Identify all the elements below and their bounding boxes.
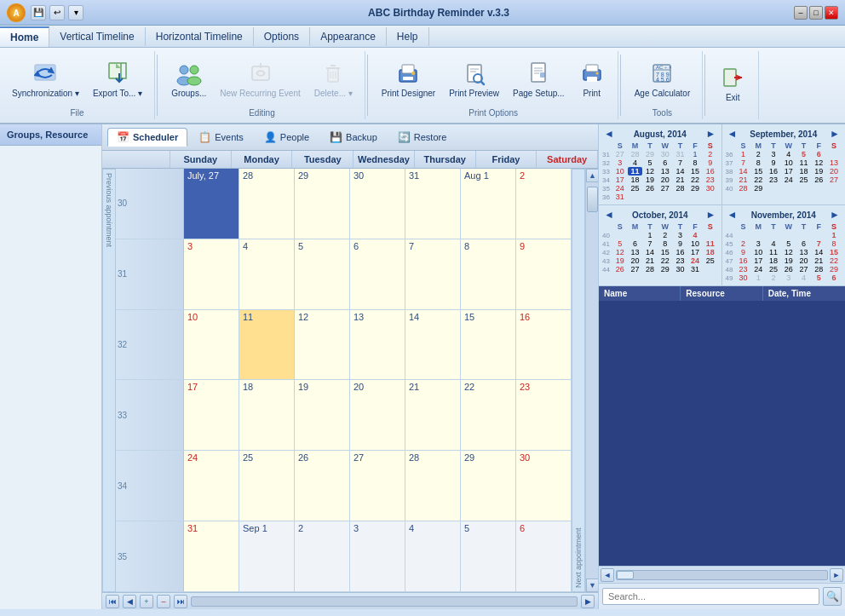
- aug-15[interactable]: 15: [687, 167, 703, 176]
- oct-25[interactable]: 25: [703, 256, 718, 265]
- next-appointment-btn[interactable]: Next appointment: [572, 169, 585, 592]
- exit-button[interactable]: Exit: [714, 60, 751, 107]
- nov-24[interactable]: 24: [750, 265, 766, 273]
- sep-20[interactable]: 20: [826, 167, 842, 176]
- aug-4[interactable]: 4: [628, 158, 643, 167]
- cal-cell-aug23[interactable]: 23: [516, 380, 572, 450]
- sep-27[interactable]: 27: [826, 176, 842, 184]
- nov-18[interactable]: 18: [766, 256, 781, 265]
- cal-cell-aug16[interactable]: 16: [516, 310, 572, 380]
- aug-30-2[interactable]: 30: [703, 184, 718, 193]
- page-setup-button[interactable]: Page Setup...: [508, 56, 570, 102]
- oct-8[interactable]: 8: [658, 239, 673, 248]
- cal-cell-aug19[interactable]: 19: [295, 380, 350, 450]
- cal-cell-aug7[interactable]: 7: [405, 239, 461, 309]
- search-input[interactable]: [602, 588, 819, 605]
- sep-16[interactable]: 16: [766, 167, 781, 176]
- menu-tab-horizontal-timeline[interactable]: Horizontal Timeline: [146, 27, 254, 46]
- nov-29[interactable]: 29: [826, 265, 842, 273]
- aug-26[interactable]: 26: [642, 184, 658, 193]
- aug-prev-btn[interactable]: ◄: [602, 128, 616, 140]
- sep-13[interactable]: 13: [826, 158, 842, 167]
- undo-quick-btn[interactable]: ↩: [49, 5, 65, 20]
- sep-19[interactable]: 19: [811, 167, 826, 176]
- cal-cell-aug15[interactable]: 15: [461, 310, 516, 380]
- nov-dec4[interactable]: 4: [796, 273, 812, 282]
- nov-11[interactable]: 11: [766, 248, 781, 256]
- aug-5[interactable]: 5: [642, 158, 658, 167]
- print-designer-button[interactable]: Print Designer: [377, 56, 440, 102]
- aug-22[interactable]: 22: [687, 176, 703, 184]
- menu-tab-home[interactable]: Home: [0, 26, 49, 47]
- nov-dec1[interactable]: 1: [750, 273, 766, 282]
- cal-cell-aug30[interactable]: 30: [516, 451, 572, 521]
- search-button[interactable]: 🔍: [823, 587, 842, 606]
- print-button[interactable]: Print: [573, 56, 611, 102]
- aug-28[interactable]: 28: [628, 150, 643, 158]
- sep-10[interactable]: 10: [781, 158, 796, 167]
- rp-h-scrollbar[interactable]: [616, 570, 828, 580]
- nov-14[interactable]: 14: [811, 248, 826, 256]
- menu-tab-help[interactable]: Help: [387, 27, 429, 46]
- nov-20[interactable]: 20: [796, 256, 812, 265]
- oct-5[interactable]: 5: [612, 239, 628, 248]
- oct-17[interactable]: 17: [687, 248, 703, 256]
- aug-29-2[interactable]: 29: [687, 184, 703, 193]
- nov-dec3[interactable]: 3: [781, 273, 796, 282]
- sep-3[interactable]: 3: [766, 150, 781, 158]
- close-button[interactable]: ✕: [825, 6, 838, 20]
- cal-cell-jul28[interactable]: 28: [239, 169, 295, 239]
- aug-1[interactable]: 1: [687, 150, 703, 158]
- cal-cell-sep3[interactable]: 3: [350, 521, 405, 591]
- sep-21[interactable]: 21: [736, 176, 751, 184]
- sep-9[interactable]: 9: [766, 158, 781, 167]
- rp-scroll-right-btn[interactable]: ►: [830, 568, 843, 582]
- aug-27[interactable]: 27: [612, 150, 628, 158]
- tab-backup[interactable]: 💾 Backup: [320, 128, 387, 147]
- cal-cell-aug10[interactable]: 10: [184, 310, 239, 380]
- nov-2[interactable]: 2: [736, 239, 751, 248]
- aug-25[interactable]: 25: [628, 184, 643, 193]
- cal-cell-aug1[interactable]: Aug 1: [461, 169, 516, 239]
- cal-cell-sep4[interactable]: 4: [405, 521, 461, 591]
- oct-13[interactable]: 13: [628, 248, 643, 256]
- nov-7[interactable]: 7: [811, 239, 826, 248]
- sep-28[interactable]: 28: [736, 184, 751, 193]
- oct-21[interactable]: 21: [642, 256, 658, 265]
- sep-7[interactable]: 7: [736, 158, 751, 167]
- aug-29[interactable]: 29: [642, 150, 658, 158]
- nov-prev-btn[interactable]: ◄: [726, 209, 739, 221]
- nov-17[interactable]: 17: [750, 256, 766, 265]
- cal-cell-aug27[interactable]: 27: [350, 451, 405, 521]
- oct-16[interactable]: 16: [673, 248, 688, 256]
- synchronization-button[interactable]: Synchronization ▾: [7, 56, 84, 102]
- aug-12[interactable]: 12: [642, 167, 658, 176]
- aug-27-2[interactable]: 27: [658, 184, 673, 193]
- nav-last-btn[interactable]: ⏭: [174, 595, 187, 608]
- nov-3[interactable]: 3: [750, 239, 766, 248]
- nov-19[interactable]: 19: [781, 256, 796, 265]
- cal-cell-aug22[interactable]: 22: [461, 380, 516, 450]
- oct-10[interactable]: 10: [687, 239, 703, 248]
- oct-24[interactable]: 24: [687, 256, 703, 265]
- cal-cell-jul30[interactable]: 30: [350, 169, 405, 239]
- nov-1[interactable]: 1: [826, 231, 842, 239]
- nov-30[interactable]: 30: [736, 273, 751, 282]
- sep-23[interactable]: 23: [766, 176, 781, 184]
- nov-dec2[interactable]: 2: [766, 273, 781, 282]
- cal-cell-sep1[interactable]: Sep 1: [239, 521, 295, 591]
- aug-13[interactable]: 13: [658, 167, 673, 176]
- nov-6[interactable]: 6: [796, 239, 812, 248]
- sep-12[interactable]: 12: [811, 158, 826, 167]
- nav-add-btn[interactable]: +: [140, 595, 153, 608]
- aug-17[interactable]: 17: [612, 176, 628, 184]
- nov-28[interactable]: 28: [811, 265, 826, 273]
- rp-scroll-left-btn[interactable]: ◄: [601, 568, 614, 582]
- aug-20[interactable]: 20: [658, 176, 673, 184]
- oct-prev-btn[interactable]: ◄: [602, 209, 616, 221]
- oct-7[interactable]: 7: [642, 239, 658, 248]
- prev-appointment-btn[interactable]: Previous appointment: [102, 169, 116, 592]
- cal-cell-aug4[interactable]: 4: [239, 239, 295, 309]
- age-calculator-button[interactable]: 7 8 94 5 6AC ÷ × Age Calculator: [629, 56, 696, 102]
- save-quick-btn[interactable]: 💾: [31, 5, 46, 20]
